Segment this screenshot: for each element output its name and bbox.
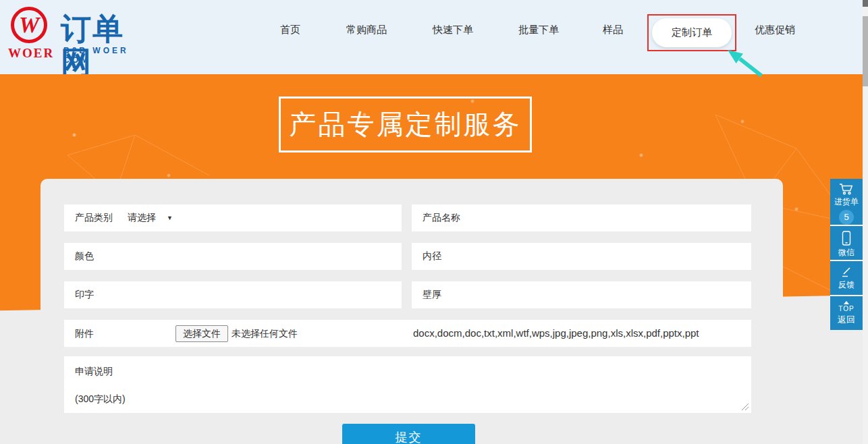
attachment-label: 附件 (75, 328, 94, 340)
product-name-input[interactable]: 产品名称 (412, 204, 751, 231)
custom-order-form-card: 产品类别 请选择 ▼ 产品名称 颜色 内径 印字 壁厚 附件 选择文件 未选择任… (40, 179, 783, 444)
nav-item-bulk-order[interactable]: 批量下单 (518, 22, 559, 37)
wall-thickness-input[interactable]: 壁厚 (412, 281, 751, 308)
floating-sidebar: 进货单 5 微信 反馈 TOP 返回 (830, 179, 863, 330)
sidebar-item-wechat[interactable]: 微信 (830, 226, 863, 261)
nav-item-samples[interactable]: 样品 (603, 22, 623, 37)
sidebar-item-cart[interactable]: 进货单 5 (830, 179, 863, 226)
cart-count-badge: 5 (839, 210, 854, 225)
nav-item-quick-order[interactable]: 快速下单 (433, 22, 473, 37)
nav-item-custom-order-active[interactable]: 定制订单 (652, 18, 732, 47)
product-category-field[interactable]: 产品类别 请选择 ▼ (64, 204, 402, 231)
allowed-formats-text: docx,docm,doc,txt,xml,wtf,wps,jpg,jpeg,p… (413, 327, 699, 339)
nav-item-promotions[interactable]: 优惠促销 (755, 22, 795, 37)
pencil-icon (840, 266, 852, 278)
nav-item-home[interactable]: 首页 (280, 22, 300, 37)
back-label: 返回 (830, 314, 863, 326)
product-name-label: 产品名称 (423, 212, 460, 224)
wall-thickness-label: 壁厚 (423, 289, 441, 301)
scrollbar-thumb[interactable] (863, 16, 868, 86)
page-scrollbar-track[interactable] (863, 0, 868, 444)
product-category-label: 产品类别 (75, 212, 113, 224)
color-input[interactable]: 颜色 (64, 243, 402, 270)
inner-diameter-input[interactable]: 内径 (412, 243, 751, 270)
attachment-row: 附件 选择文件 未选择任何文件 docx,docm,doc,txt,xml,wt… (64, 320, 751, 347)
application-description-textarea[interactable]: 申请说明 (300字以内) (64, 356, 751, 413)
submit-button[interactable]: 提交 (342, 424, 475, 444)
top-word: TOP (830, 305, 863, 312)
file-status-text: 未选择任何文件 (232, 328, 298, 340)
arrow-up-icon (844, 301, 849, 304)
site-logo[interactable]: W WOER 订单网 B2B WOER COM (8, 4, 150, 65)
mobile-icon (841, 231, 852, 246)
logo-letter: W (19, 13, 39, 36)
nav-item-frequent-goods[interactable]: 常购商品 (346, 22, 387, 37)
description-placeholder-line1: 申请说明 (75, 366, 113, 378)
header: W WOER 订单网 B2B WOER COM 首页 常购商品 快速下单 批量下… (0, 0, 868, 74)
cart-icon (839, 184, 854, 195)
textarea-resize-grip-icon[interactable] (741, 403, 749, 411)
sidebar-item-back-to-top[interactable]: TOP 返回 (830, 296, 863, 330)
product-category-select[interactable]: 请选择 (128, 212, 156, 224)
site-tagline: B2B WOER COM (63, 46, 150, 65)
cart-label: 进货单 (830, 196, 863, 208)
printing-label: 印字 (75, 289, 94, 301)
printing-input[interactable]: 印字 (64, 281, 402, 308)
logo-text: WOER (8, 46, 51, 61)
chevron-down-icon[interactable]: ▼ (167, 215, 173, 221)
description-placeholder-line2: (300字以内) (75, 393, 126, 406)
page: W WOER 订单网 B2B WOER COM 首页 常购商品 快速下单 批量下… (0, 0, 868, 444)
choose-file-button[interactable]: 选择文件 (175, 325, 228, 342)
scrollbar-up-arrow[interactable] (863, 0, 868, 7)
color-label: 颜色 (75, 250, 94, 262)
hero-title: 产品专属定制服务 (290, 106, 522, 143)
inner-diameter-label: 内径 (423, 250, 441, 262)
feedback-label: 反馈 (830, 279, 863, 291)
wechat-label: 微信 (830, 247, 863, 258)
sidebar-item-feedback[interactable]: 反馈 (830, 261, 863, 296)
logo-circle-icon: W (11, 7, 47, 43)
hero-title-box: 产品专属定制服务 (279, 96, 532, 152)
